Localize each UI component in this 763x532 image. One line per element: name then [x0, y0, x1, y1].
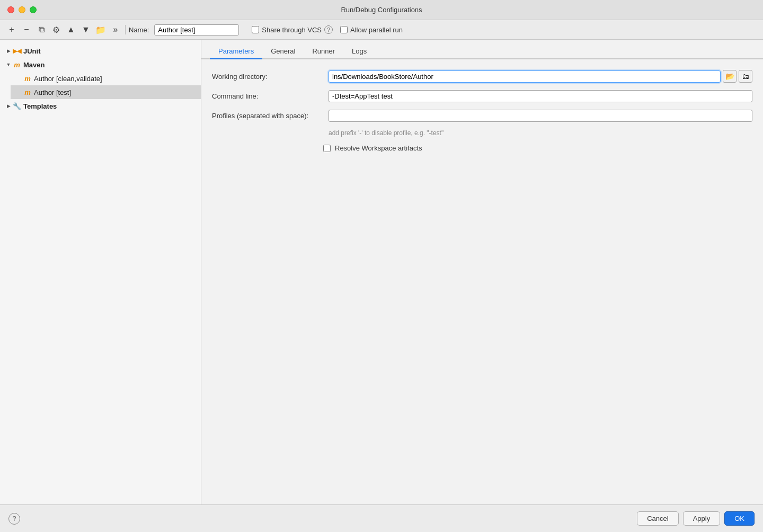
add-config-button[interactable]: + [5, 23, 18, 36]
tab-runner[interactable]: Runner [304, 44, 343, 59]
maven-label: Maven [23, 61, 45, 69]
maximize-button[interactable] [30, 6, 37, 13]
share-vcs-help-icon[interactable]: ? [324, 25, 333, 34]
toolbar: + − ⧉ ⚙ ▲ ▼ 📁 » Name: Share through VCS … [0, 20, 763, 40]
junit-icon: ▶◀ [13, 47, 21, 55]
share-vcs-label: Share through VCS [262, 26, 322, 34]
command-line-row: Command line: [212, 90, 752, 102]
working-directory-label: Working directory: [212, 73, 329, 81]
move-down-button[interactable]: ▼ [79, 23, 92, 36]
toolbar-separator [125, 25, 126, 34]
tab-parameters[interactable]: Parameters [210, 44, 262, 59]
sidebar-item-author-test[interactable]: m Author [test] [11, 85, 201, 99]
name-label: Name: [129, 26, 149, 34]
browse-remote-dir-button[interactable]: 🗂 [739, 70, 752, 83]
bottom-left: ? [8, 513, 20, 525]
sidebar-item-maven[interactable]: ▼ m Maven [0, 58, 201, 72]
working-directory-row: Working directory: 📂 🗂 [212, 70, 752, 83]
sidebar-item-junit[interactable]: ▶ ▶◀ JUnit [0, 44, 201, 58]
author-test-maven-icon: m [23, 88, 32, 96]
author-clean-maven-icon: m [23, 74, 32, 83]
templates-wrench-icon: 🔧 [13, 102, 21, 110]
bottom-right: Cancel Apply OK [637, 511, 755, 526]
sidebar: ▶ ▶◀ JUnit ▼ m Maven m Author [clean,val… [0, 40, 201, 504]
junit-label: JUnit [23, 47, 41, 55]
ok-button[interactable]: OK [724, 511, 755, 526]
profiles-row: Profiles (separated with space): [212, 110, 752, 122]
folder-open-icon: 📂 [725, 72, 734, 81]
folder-button[interactable]: 📁 [94, 23, 107, 36]
allow-parallel-checkbox[interactable] [340, 26, 348, 33]
share-vcs-checkbox[interactable] [252, 26, 259, 33]
cancel-button[interactable]: Cancel [637, 511, 678, 526]
remote-folder-icon: 🗂 [742, 72, 749, 81]
working-directory-controls: 📂 🗂 [329, 70, 752, 83]
config-name-input[interactable] [154, 24, 239, 36]
wrench-button[interactable]: ⚙ [50, 23, 63, 36]
resolve-workspace-label: Resolve Workspace artifacts [335, 144, 422, 152]
command-line-input[interactable] [329, 90, 752, 102]
command-line-label: Command line: [212, 92, 329, 100]
share-vcs-area: Share through VCS ? [252, 25, 333, 34]
author-clean-label: Author [clean,validate] [34, 75, 102, 83]
browse-local-dir-button[interactable]: 📂 [723, 70, 737, 83]
maven-children: m Author [clean,validate] m Author [test… [0, 72, 201, 99]
profiles-label: Profiles (separated with space): [212, 112, 329, 120]
close-button[interactable] [7, 6, 14, 13]
allow-parallel-label: Allow parallel run [350, 26, 403, 34]
junit-arrow-icon: ▶ [4, 47, 13, 55]
templates-label: Templates [23, 102, 57, 110]
bottom-bar: ? Cancel Apply OK [0, 504, 763, 532]
templates-arrow-icon: ▶ [4, 102, 13, 110]
more-button[interactable]: » [109, 23, 122, 36]
working-directory-input[interactable] [329, 70, 721, 83]
right-panel: Parameters General Runner Logs Working d… [201, 40, 763, 504]
maven-icon: m [13, 60, 21, 69]
sidebar-item-templates[interactable]: ▶ 🔧 Templates [0, 99, 201, 113]
content-area: ▶ ▶◀ JUnit ▼ m Maven m Author [clean,val… [0, 40, 763, 504]
author-test-label: Author [test] [34, 88, 71, 96]
title-bar: Run/Debug Configurations [0, 0, 763, 20]
window-controls [7, 6, 37, 13]
parameters-form: Working directory: 📂 🗂 Command line: [201, 59, 763, 504]
allow-parallel-area: Allow parallel run [340, 26, 403, 34]
copy-config-button[interactable]: ⧉ [35, 23, 48, 36]
help-button[interactable]: ? [8, 513, 20, 525]
move-up-button[interactable]: ▲ [65, 23, 77, 36]
window-title: Run/Debug Configurations [341, 6, 422, 14]
profiles-input[interactable] [329, 110, 752, 122]
tab-logs[interactable]: Logs [343, 44, 375, 59]
remove-config-button[interactable]: − [20, 23, 33, 36]
resolve-workspace-checkbox[interactable] [323, 145, 331, 152]
profiles-hint: add prefix '-' to disable profile, e.g. … [329, 129, 752, 137]
tab-bar: Parameters General Runner Logs [201, 40, 763, 59]
maven-arrow-icon: ▼ [4, 60, 13, 69]
apply-button[interactable]: Apply [683, 511, 721, 526]
minimize-button[interactable] [19, 6, 25, 13]
sidebar-item-author-clean[interactable]: m Author [clean,validate] [11, 72, 201, 85]
resolve-workspace-row: Resolve Workspace artifacts [323, 144, 752, 152]
tab-general[interactable]: General [262, 44, 304, 59]
